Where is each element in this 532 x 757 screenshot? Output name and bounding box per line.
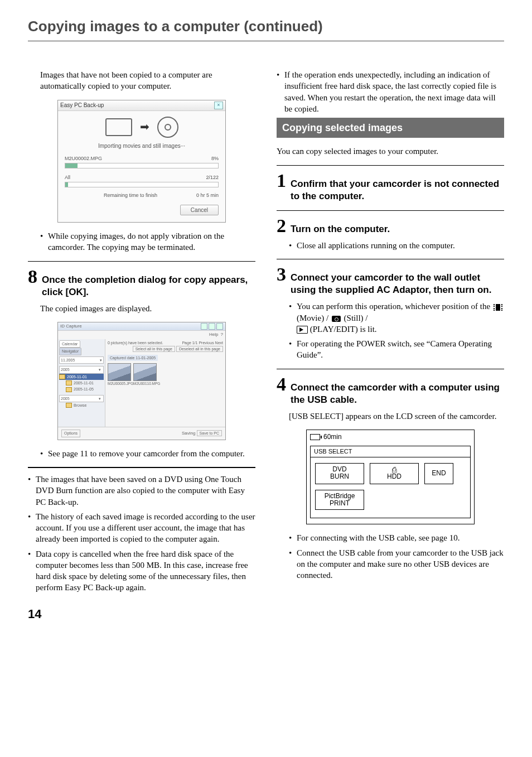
options-button[interactable]: Options: [61, 430, 80, 437]
select-all-button[interactable]: Select all in this page: [133, 346, 175, 352]
step-2: 2 Turn on the computer. • Close all appl…: [277, 216, 504, 251]
device-transfer-graphic: ➡: [65, 117, 219, 138]
disc-icon: [157, 117, 178, 138]
bullet-icon: •: [40, 230, 48, 253]
dropdown-icon: ▾: [100, 358, 102, 363]
step-3: 3 Connect your camcorder to the wall out…: [277, 265, 504, 360]
bullet-icon: •: [289, 301, 297, 335]
all-count-label: 2/122: [206, 174, 219, 181]
all-label: All: [65, 174, 70, 181]
next-button[interactable]: Next: [215, 341, 223, 345]
folder-item-active[interactable]: 2005-11-01: [59, 374, 104, 380]
thumbnail-filename: M2U00110.MPG: [133, 382, 156, 387]
battery-icon: [310, 434, 320, 440]
captured-date-label: Captured date 11-01-2005: [108, 355, 158, 361]
title-divider: [28, 41, 504, 41]
page-label: Page 1/1: [182, 341, 197, 345]
bullet-icon: •: [289, 547, 297, 581]
dialog-title-text: Easy PC Back-up: [60, 102, 104, 109]
step-number: 2: [277, 216, 286, 235]
step-title: Once the completion dialog for copy appe…: [42, 271, 255, 298]
bullet-icon: •: [28, 474, 36, 508]
cancel-button[interactable]: Cancel: [180, 205, 219, 216]
gallery-content: 0 picture(s) have been selected. Page 1/…: [105, 339, 225, 427]
browse-item[interactable]: Browse: [59, 402, 104, 408]
step-number: 1: [277, 171, 286, 190]
minimize-icon[interactable]: [201, 323, 207, 330]
close-icon[interactable]: ×: [214, 102, 223, 109]
help-link[interactable]: Help: [209, 332, 218, 338]
right-column: • If the operation ends unexpectedly, in…: [277, 69, 504, 597]
dialog-titlebar: Easy PC Back-up ×: [58, 100, 225, 111]
maximize-icon[interactable]: [209, 323, 215, 330]
divider: [277, 210, 504, 211]
gallery-titlebar: ID Capture: [58, 322, 225, 331]
page-title: Copying images to a computer (continued): [28, 17, 504, 36]
close-apps-bullet: • Close all applications running on the …: [289, 240, 504, 251]
close-icon[interactable]: [216, 323, 223, 330]
movie-icon: [492, 303, 504, 311]
thumbnail-image: [133, 363, 157, 381]
remove-camcorder-note: • See page 11 to remove your camcorder f…: [40, 448, 255, 459]
remaining-time-label: Remaining time to finish: [65, 192, 196, 199]
step-title: Connect your camcorder to the wall outle…: [291, 268, 504, 296]
step-number: 4: [277, 375, 286, 394]
pictbridge-print-button[interactable]: PictBridgePRINT: [315, 490, 364, 510]
play-edit-icon: [297, 326, 308, 334]
chevron-down-icon: ▾: [98, 367, 102, 372]
step-number: 8: [28, 267, 37, 286]
bullet-icon: •: [289, 240, 297, 251]
step-title: Connect the camcorder with a computer us…: [291, 378, 504, 406]
gallery-title-text: ID Capture: [60, 324, 82, 330]
still-icon: [331, 315, 342, 322]
camcorder-icon: [105, 118, 132, 136]
usb-select-text: [USB SELECT] appears on the LCD screen o…: [289, 411, 504, 422]
file-percent-label: 8%: [211, 155, 219, 162]
easy-pc-backup-dialog: Easy PC Back-up × ➡ Importing movies and…: [57, 100, 226, 223]
year-month-selector[interactable]: 11.2005▾: [59, 356, 104, 364]
dvd-burn-button[interactable]: DVDBURN: [315, 463, 364, 484]
page-number: 14: [28, 606, 504, 623]
step-1: 1 Confirm that your camcorder is not con…: [277, 171, 504, 202]
all-progress-bar: [65, 182, 219, 187]
save-to-pc-button[interactable]: Save to PC: [197, 430, 222, 436]
file-name-label: M2U00002.MPG: [65, 155, 102, 162]
folder-icon: [66, 387, 72, 392]
previous-button[interactable]: Previous: [199, 341, 214, 345]
usb-jack-bullet: • Connect the USB cable from your camcor…: [289, 547, 504, 581]
folder-icon: [66, 403, 72, 408]
tab-navigator[interactable]: Navigator: [59, 348, 81, 355]
saving-label: Saving: [182, 431, 195, 436]
hdd-button[interactable]: HDD: [370, 463, 419, 484]
folder-item[interactable]: 2005-11-05: [59, 386, 104, 392]
end-button[interactable]: END: [424, 463, 453, 484]
note-operation-unexpected: • If the operation ends unexpectedly, in…: [277, 69, 504, 114]
usb-cable-ref-bullet: • For connecting with the USB cable, see…: [289, 532, 504, 543]
bullet-icon: •: [277, 69, 284, 114]
folder-item[interactable]: 2005-11-01: [59, 380, 104, 386]
chevron-down-icon: ▾: [98, 396, 102, 401]
two-column-layout: Images that have not been copied to a co…: [28, 69, 504, 597]
divider-thick: [28, 467, 255, 468]
tab-calendar[interactable]: Calendar: [59, 340, 80, 348]
year-dropdown[interactable]: 2005▾: [59, 366, 104, 373]
help-icon[interactable]: ?: [221, 332, 223, 338]
thumbnail-image: [108, 363, 131, 381]
bullet-icon: •: [289, 532, 297, 543]
thumbnail-item[interactable]: M2U00005.JPG: [108, 363, 130, 387]
section-intro-text: You can copy selected images to your com…: [277, 146, 504, 157]
left-column: Images that have not been copied to a co…: [28, 69, 255, 597]
note-user-account: • The history of each saved image is rec…: [28, 511, 255, 545]
year-dropdown-2[interactable]: 2005▾: [59, 395, 104, 402]
step-body-text: The copied images are displayed.: [40, 303, 255, 314]
importing-label: Importing movies and still images···: [65, 142, 219, 150]
step-title: Confirm that your camcorder is not conne…: [291, 175, 504, 202]
thumbnail-item[interactable]: M2U00110.MPG: [133, 363, 156, 387]
lcd-panel: USB SELECT DVDBURN HDD END PictBridgePRI…: [310, 446, 471, 518]
bullet-icon: •: [40, 448, 48, 459]
power-switch-bullet: • For operating the POWER switch, see “C…: [289, 338, 504, 361]
folder-icon: [66, 380, 72, 385]
deselect-all-button[interactable]: Deselect all in this page: [176, 346, 223, 352]
file-progress-bar: [65, 163, 219, 168]
selection-count-label: 0 picture(s) have been selected.: [108, 340, 163, 345]
